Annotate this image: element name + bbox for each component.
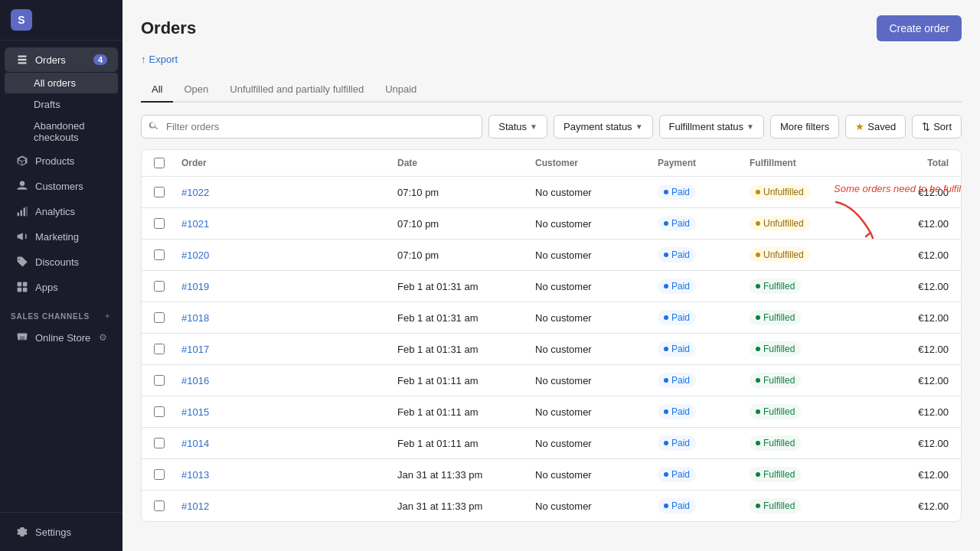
- order-link[interactable]: #1015: [181, 406, 209, 418]
- row-total: €12.00: [872, 344, 949, 355]
- row-checkbox[interactable]: [154, 438, 165, 448]
- row-order: #1016: [181, 375, 397, 386]
- more-filters-button[interactable]: More filters: [770, 115, 839, 139]
- select-all-checkbox[interactable]: [154, 158, 165, 168]
- row-checkbox[interactable]: [154, 344, 165, 354]
- order-link[interactable]: #1020: [181, 249, 209, 261]
- sort-label: Sort: [933, 121, 952, 132]
- sidebar-item-products[interactable]: Products: [5, 148, 118, 173]
- svg-rect-7: [18, 282, 22, 287]
- fulfillment-badge-fulfilled: Fulfilled: [750, 498, 801, 514]
- add-sales-channel-icon[interactable]: ＋: [103, 311, 112, 321]
- sidebar-item-online-store[interactable]: Online Store ⚙: [5, 325, 118, 350]
- order-link[interactable]: #1016: [181, 375, 209, 386]
- sidebar-nav: Orders 4 All orders Drafts Abandoned che…: [0, 41, 122, 512]
- paid-dot: [664, 441, 668, 445]
- online-store-label: Online Store: [35, 332, 90, 344]
- svg-rect-6: [27, 207, 28, 217]
- row-date: Feb 1 at 01:31 am: [397, 344, 535, 355]
- tab-all[interactable]: All: [141, 77, 173, 103]
- table-row: #1014 Feb 1 at 01:11 am No customer Paid…: [142, 428, 961, 459]
- row-checkbox[interactable]: [154, 406, 165, 417]
- row-checkbox[interactable]: [154, 218, 165, 229]
- fulfillment-badge-unfulfilled: Unfulfilled: [750, 247, 810, 262]
- row-checkbox[interactable]: [154, 469, 165, 480]
- row-date: 07:10 pm: [397, 218, 535, 230]
- export-button[interactable]: ↑ Export: [141, 54, 178, 65]
- status-filter-button[interactable]: Status ▼: [488, 115, 547, 139]
- order-link[interactable]: #1013: [181, 469, 209, 481]
- tab-unfulfilled[interactable]: Unfulfilled and partially fulfilled: [219, 77, 374, 103]
- sort-icon: ⇅: [922, 121, 930, 132]
- online-store-settings-icon[interactable]: ⚙: [99, 332, 107, 343]
- order-link[interactable]: #1018: [181, 312, 209, 324]
- fulfillment-status-filter-button[interactable]: Fulfillment status ▼: [659, 115, 764, 139]
- row-fulfillment: Fulfilled: [750, 404, 872, 419]
- payment-status-label: Payment status: [564, 121, 632, 132]
- row-checkbox[interactable]: [154, 187, 165, 197]
- orders-table: Order Date Customer Payment Fulfillment …: [141, 149, 962, 522]
- unfulfilled-dot: [756, 221, 760, 226]
- row-checkbox[interactable]: [154, 312, 165, 323]
- sidebar-item-analytics[interactable]: Analytics: [5, 199, 118, 223]
- sidebar-bottom: Settings: [0, 512, 122, 551]
- payment-badge: Paid: [658, 279, 696, 294]
- row-order: #1012: [181, 500, 397, 512]
- star-icon: ★: [855, 121, 864, 132]
- order-link[interactable]: #1021: [181, 218, 209, 230]
- sidebar-item-customers[interactable]: Customers: [5, 174, 118, 198]
- sidebar-item-apps[interactable]: Apps: [5, 275, 118, 299]
- svg-rect-10: [23, 288, 28, 292]
- fulfilled-dot: [756, 378, 760, 383]
- row-payment: Paid: [658, 467, 750, 482]
- row-order: #1017: [181, 344, 397, 355]
- order-link[interactable]: #1022: [181, 187, 209, 198]
- fulfillment-badge-fulfilled: Fulfilled: [750, 341, 801, 357]
- fulfillment-badge-unfulfilled: Unfulfilled: [750, 216, 810, 231]
- saved-button[interactable]: ★ Saved: [845, 115, 906, 139]
- orders-badge: 4: [93, 54, 107, 65]
- row-checkbox-col: [154, 187, 181, 197]
- order-link[interactable]: #1017: [181, 344, 209, 355]
- main-content: Orders Create order ↑ Export All Open Un…: [122, 0, 980, 551]
- order-link[interactable]: #1012: [181, 500, 209, 512]
- row-checkbox[interactable]: [154, 249, 165, 260]
- payment-status-filter-button[interactable]: Payment status ▼: [554, 115, 653, 139]
- order-link[interactable]: #1019: [181, 281, 209, 292]
- row-checkbox[interactable]: [154, 281, 165, 292]
- create-order-button[interactable]: Create order: [877, 15, 962, 41]
- row-customer: No customer: [535, 406, 658, 418]
- settings-icon: [15, 525, 29, 539]
- sidebar-item-discounts[interactable]: Discounts: [5, 249, 118, 274]
- annotation-text: Some orders need to be fulfilled: [834, 183, 962, 194]
- row-date: Feb 1 at 01:31 am: [397, 281, 535, 292]
- table-row: #1013 Jan 31 at 11:33 pm No customer Pai…: [142, 459, 961, 491]
- svg-rect-0: [18, 55, 26, 57]
- payment-badge: Paid: [658, 247, 696, 262]
- sidebar-sub-drafts[interactable]: Drafts: [5, 94, 118, 115]
- export-label: Export: [149, 54, 178, 65]
- row-checkbox-col: [154, 218, 181, 229]
- row-fulfillment: Fulfilled: [750, 435, 872, 451]
- paid-dot: [664, 504, 668, 508]
- row-checkbox[interactable]: [154, 500, 165, 511]
- sidebar-item-marketing[interactable]: Marketing: [5, 224, 118, 249]
- sidebar-sub-abandoned-checkouts[interactable]: Abandoned checkouts: [5, 116, 118, 148]
- tab-unpaid[interactable]: Unpaid: [374, 77, 427, 103]
- customers-icon: [15, 179, 29, 193]
- order-link[interactable]: #1014: [181, 438, 209, 449]
- fulfilled-dot: [756, 347, 760, 351]
- fulfillment-status-chevron-icon: ▼: [746, 122, 754, 131]
- row-checkbox-col: [154, 375, 181, 386]
- sales-channels-section: SALES CHANNELS ＋: [0, 300, 122, 324]
- page-content: Orders Create order ↑ Export All Open Un…: [122, 0, 980, 537]
- sort-button[interactable]: ⇅ Sort: [912, 115, 962, 139]
- tab-open[interactable]: Open: [173, 77, 219, 103]
- sidebar-item-orders[interactable]: Orders 4: [5, 47, 118, 72]
- row-fulfillment: Fulfilled: [750, 373, 872, 388]
- sidebar-item-settings[interactable]: Settings: [5, 520, 118, 544]
- sidebar-sub-all-orders[interactable]: All orders: [5, 73, 118, 93]
- row-date: 07:10 pm: [397, 187, 535, 198]
- search-input[interactable]: [141, 115, 482, 139]
- row-checkbox[interactable]: [154, 375, 165, 386]
